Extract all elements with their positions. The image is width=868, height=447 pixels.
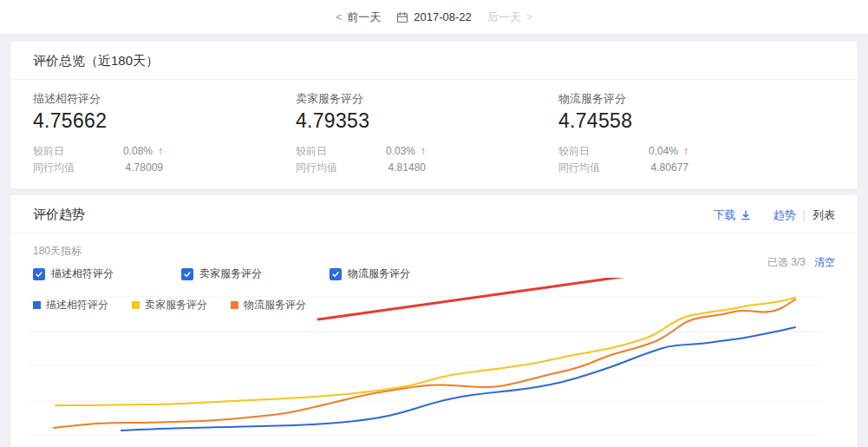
- metric-logistics-score: 物流服务评分 4.74558 较前日 0.04% ↑ 同行均值 4.80677: [558, 91, 821, 176]
- trend-up-icon: ↑: [421, 143, 426, 160]
- trend-up-icon: ↑: [683, 143, 689, 160]
- metric-value: 4.74558: [558, 109, 821, 133]
- vs-prev-day-value: 0.04%: [649, 143, 678, 160]
- metric-value: 4.75662: [33, 109, 296, 133]
- chevron-left-icon: <: [336, 11, 342, 23]
- section-divider: [0, 35, 868, 42]
- peer-average-value: 4.81480: [388, 160, 426, 176]
- view-switch: 趋势 | 列表: [773, 207, 835, 223]
- peer-average-value: 4.78009: [126, 160, 163, 176]
- download-icon: [741, 210, 751, 220]
- peer-average-label: 同行均值: [558, 160, 600, 176]
- metric-label: 物流服务评分: [558, 91, 821, 107]
- peer-average-value: 4.80677: [651, 160, 689, 176]
- download-button[interactable]: 下载: [714, 207, 751, 223]
- peer-average-label: 同行均值: [296, 160, 337, 176]
- view-separator: |: [803, 208, 806, 221]
- prev-day-label: 前一天: [347, 10, 381, 25]
- trend-up-icon: ↑: [158, 143, 163, 160]
- vs-prev-day-label: 较前日: [558, 143, 590, 160]
- current-date: 2017-08-22: [414, 10, 472, 23]
- tab-list-view[interactable]: 列表: [813, 207, 835, 223]
- vs-prev-day-value: 0.08%: [123, 143, 153, 160]
- overview-title: 评价总览（近180天）: [33, 53, 159, 69]
- filter-group-label: 180天指标: [33, 244, 767, 259]
- metrics-row: 描述相符评分 4.75662 较前日 0.08% ↑ 同行均值 4.78009 …: [10, 80, 858, 188]
- next-day-label: 后一天: [487, 10, 521, 25]
- clear-selection-link[interactable]: 清空: [814, 255, 835, 270]
- vs-prev-day-label: 较前日: [33, 143, 64, 160]
- metric-label: 卖家服务评分: [296, 91, 558, 107]
- calendar-icon: [396, 11, 408, 23]
- date-picker[interactable]: 2017-08-22: [396, 10, 472, 23]
- chevron-right-icon: >: [526, 11, 532, 23]
- peer-average-label: 同行均值: [33, 160, 75, 176]
- trend-line-chart[interactable]: [0, 278, 868, 447]
- date-nav-bar: < 前一天 2017-08-22 后一天 >: [0, 0, 868, 35]
- metric-value: 4.79353: [296, 109, 558, 133]
- prev-day-button[interactable]: < 前一天: [336, 10, 381, 25]
- download-label: 下载: [714, 207, 736, 223]
- tab-trend-view[interactable]: 趋势: [773, 207, 796, 223]
- vs-prev-day-label: 较前日: [296, 143, 327, 160]
- metric-description-score: 描述相符评分 4.75662 较前日 0.08% ↑ 同行均值 4.78009: [33, 91, 296, 176]
- rating-overview-card: 评价总览（近180天） 描述相符评分 4.75662 较前日 0.08% ↑ 同…: [10, 42, 858, 188]
- vs-prev-day-value: 0.03%: [386, 143, 415, 160]
- section-divider: [0, 188, 868, 195]
- next-day-button[interactable]: 后一天 >: [487, 10, 532, 25]
- trend-title: 评价趋势: [33, 207, 714, 223]
- metric-label: 描述相符评分: [33, 91, 296, 107]
- metric-seller-service-score: 卖家服务评分 4.79353 较前日 0.03% ↑ 同行均值 4.81480: [296, 91, 558, 176]
- selected-count: 已选 3/3: [767, 255, 806, 270]
